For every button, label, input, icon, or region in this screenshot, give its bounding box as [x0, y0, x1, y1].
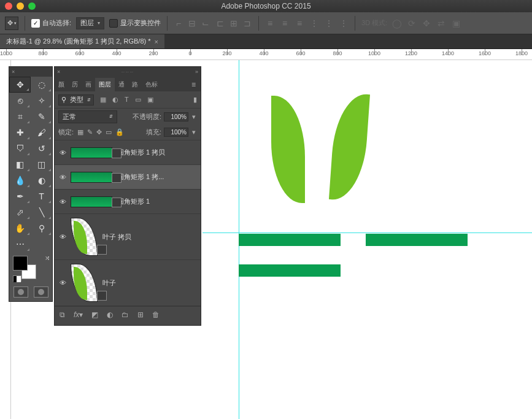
guide-horizontal[interactable]: [202, 233, 532, 233]
swap-colors-icon[interactable]: ⤭: [45, 255, 50, 261]
opacity-input[interactable]: [164, 112, 188, 121]
layer-row[interactable]: 👁叶子 拷贝: [55, 214, 201, 260]
history-brush-tool[interactable]: ↺: [31, 140, 52, 156]
auto-select-checkbox[interactable]: ✓ 自动选择:: [31, 18, 71, 28]
distribute-right-icon[interactable]: ⋮: [339, 18, 349, 29]
panel-tab[interactable]: 色标: [142, 78, 161, 91]
blend-mode-dropdown[interactable]: 正常⇵: [58, 110, 117, 123]
pan-3d-icon[interactable]: ✥: [422, 18, 431, 29]
gradient-tool[interactable]: ◫: [31, 156, 52, 172]
close-window-button[interactable]: [5, 2, 12, 10]
panel-tab[interactable]: 通: [115, 78, 128, 91]
orbit-3d-icon[interactable]: ◯: [392, 18, 402, 29]
panel-tab[interactable]: 路: [128, 78, 142, 91]
layer-thumbnail[interactable]: [71, 196, 112, 207]
align-right-icon[interactable]: ⊐: [242, 18, 252, 29]
marquee-ellipse-tool[interactable]: ◌: [31, 77, 52, 93]
opacity-scrub-icon[interactable]: ▾: [191, 113, 197, 121]
filter-adjust-icon[interactable]: ◐: [112, 96, 118, 104]
close-panel-icon[interactable]: ×: [12, 69, 15, 75]
visibility-toggle-icon[interactable]: 👁: [55, 279, 71, 286]
fill-input[interactable]: [164, 128, 188, 137]
align-bottom-icon[interactable]: ⌙: [201, 18, 210, 29]
auto-select-target-dropdown[interactable]: 图层▾: [76, 17, 104, 29]
default-colors-icon[interactable]: [13, 275, 21, 282]
distribute-top-icon[interactable]: ≡: [265, 18, 275, 29]
add-mask-icon[interactable]: ◩: [91, 310, 98, 319]
link-layers-icon[interactable]: ⧉: [60, 310, 65, 319]
filter-smart-icon[interactable]: ▣: [147, 96, 153, 104]
roll-3d-icon[interactable]: ⟳: [407, 18, 417, 29]
layer-thumbnail[interactable]: [71, 264, 98, 302]
show-transform-checkbox[interactable]: 显示变换控件: [109, 18, 161, 28]
wand-tool[interactable]: ✧: [31, 93, 52, 109]
spot-heal-tool[interactable]: ✚: [9, 125, 31, 140]
distribute-hcenter-icon[interactable]: ⋮: [324, 18, 334, 29]
document-tab[interactable]: 未标题-1 @ 29.8% (圆角矩形 1 拷贝 2, RGB/8) * ×: [0, 34, 164, 48]
brush-tool[interactable]: 🖌: [31, 125, 52, 140]
hand-tool[interactable]: ✋: [9, 220, 31, 236]
layer-thumbnail[interactable]: [71, 218, 98, 256]
lock-artboard-icon[interactable]: ▭: [106, 128, 112, 136]
blur-tool[interactable]: 💧: [9, 172, 31, 188]
layer-row[interactable]: 👁圆角矩形 1 拷贝: [55, 140, 201, 165]
align-top-icon[interactable]: ⌐: [174, 18, 183, 29]
zoom-window-button[interactable]: [28, 2, 36, 10]
distribute-vcenter-icon[interactable]: ≡: [280, 18, 290, 29]
layer-name[interactable]: 叶子: [102, 279, 197, 288]
panel-menu-icon[interactable]: ≡: [189, 78, 198, 91]
filter-shape-icon[interactable]: ▭: [135, 96, 141, 104]
panel-tab[interactable]: 图层: [95, 78, 115, 91]
layer-fx-icon[interactable]: fx▾: [74, 310, 83, 319]
delete-layer-icon[interactable]: 🗑: [152, 310, 160, 319]
panel-tab[interactable]: 历: [68, 78, 82, 91]
eyedropper-tool[interactable]: ✎: [31, 109, 52, 125]
zoom-3d-icon[interactable]: ▣: [451, 18, 461, 29]
slide-3d-icon[interactable]: ⇄: [436, 18, 446, 29]
tool-preset-button[interactable]: ✥▾: [5, 17, 18, 30]
close-document-icon[interactable]: ×: [155, 38, 158, 45]
visibility-toggle-icon[interactable]: 👁: [55, 174, 71, 181]
path-select-tool[interactable]: ⬀: [9, 204, 31, 220]
layer-thumbnail[interactable]: [71, 172, 112, 183]
layer-thumbnail[interactable]: [71, 147, 112, 158]
minimize-window-button[interactable]: [17, 2, 24, 10]
align-vcenter-icon[interactable]: ⊟: [187, 18, 197, 29]
lasso-tool[interactable]: ⎋: [9, 93, 31, 109]
align-left-icon[interactable]: ⊏: [215, 18, 225, 29]
layer-row[interactable]: 👁圆角矩形 1 拷...: [55, 165, 201, 190]
panel-grip-icon[interactable]: ┈┈┈: [60, 69, 195, 75]
filter-toggle-icon[interactable]: ▮: [193, 96, 197, 104]
filter-type-icon[interactable]: T: [125, 96, 129, 104]
more-tool[interactable]: ⋯: [9, 236, 31, 252]
screen-mode-icon[interactable]: [34, 286, 48, 298]
crop-tool[interactable]: ⌗: [9, 109, 31, 125]
zoom-tool[interactable]: ⚲: [31, 220, 52, 236]
layer-name[interactable]: 圆角矩形 1: [117, 197, 197, 206]
lock-transparent-icon[interactable]: ▦: [77, 128, 83, 136]
horizontal-ruler[interactable]: 1000800600400200020040060080010001200140…: [0, 49, 532, 60]
filter-kind-dropdown[interactable]: ⚲类型⇵: [58, 94, 94, 106]
move-tool[interactable]: ✥: [9, 77, 31, 93]
stamp-tool[interactable]: ⛉: [9, 140, 31, 156]
align-hcenter-icon[interactable]: ⊞: [229, 18, 239, 29]
new-group-icon[interactable]: 🗀: [121, 310, 129, 319]
eraser-tool[interactable]: ◧: [9, 156, 31, 172]
filter-pixel-icon[interactable]: ▦: [100, 96, 106, 104]
panel-tab[interactable]: 颜: [55, 78, 68, 91]
visibility-toggle-icon[interactable]: 👁: [55, 233, 71, 240]
visibility-toggle-icon[interactable]: 👁: [55, 149, 71, 156]
lock-position-icon[interactable]: ✥: [96, 128, 102, 136]
canvas[interactable]: [202, 60, 532, 419]
panel-tab[interactable]: 画: [82, 78, 95, 91]
new-layer-icon[interactable]: ⊞: [137, 310, 144, 319]
lock-image-icon[interactable]: ✎: [87, 128, 93, 136]
visibility-toggle-icon[interactable]: 👁: [55, 198, 71, 206]
layer-row[interactable]: 👁圆角矩形 1: [55, 190, 201, 214]
lock-all-icon[interactable]: 🔒: [115, 128, 124, 136]
fill-scrub-icon[interactable]: ▾: [191, 128, 197, 136]
distribute-bottom-icon[interactable]: ≡: [295, 18, 304, 29]
line-tool[interactable]: ╲: [31, 204, 52, 220]
layer-name[interactable]: 叶子 拷贝: [102, 233, 197, 242]
layer-name[interactable]: 圆角矩形 1 拷贝: [117, 148, 197, 157]
